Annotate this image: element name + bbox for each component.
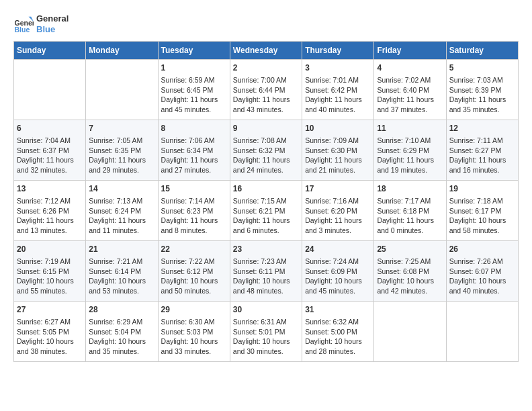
day-number: 26 xyxy=(449,244,515,255)
day-info: Sunrise: 7:15 AM xyxy=(233,196,299,206)
day-info: and 53 minutes. xyxy=(89,286,154,296)
day-info: and 30 minutes. xyxy=(233,347,299,357)
calendar-cell: 13Sunrise: 7:12 AMSunset: 6:26 PMDayligh… xyxy=(14,181,86,241)
day-info: Sunset: 6:30 PM xyxy=(305,146,371,156)
calendar-cell: 1Sunrise: 6:59 AMSunset: 6:45 PMDaylight… xyxy=(158,60,230,120)
day-number: 12 xyxy=(449,123,515,134)
day-info: Daylight: 11 hours xyxy=(89,155,154,165)
day-info: and 35 minutes. xyxy=(449,105,515,115)
day-number: 10 xyxy=(305,123,371,134)
day-number: 8 xyxy=(161,123,227,134)
day-info: and 48 minutes. xyxy=(233,286,299,296)
logo-icon: General Blue xyxy=(13,14,34,34)
day-info: and 27 minutes. xyxy=(161,165,227,175)
header-saturday: Saturday xyxy=(446,42,518,60)
day-info: Daylight: 11 hours xyxy=(305,155,371,165)
day-number: 27 xyxy=(17,304,83,316)
calendar-cell: 29Sunrise: 6:30 AMSunset: 5:03 PMDayligh… xyxy=(158,302,230,362)
day-info: Sunrise: 7:19 AM xyxy=(17,257,83,267)
header-wednesday: Wednesday xyxy=(230,42,302,60)
day-info: Sunrise: 7:23 AM xyxy=(233,257,299,267)
day-info: Sunrise: 7:02 AM xyxy=(377,75,443,85)
day-info: and 0 minutes. xyxy=(377,226,443,236)
day-info: Daylight: 11 hours xyxy=(449,155,515,165)
calendar-cell: 27Sunrise: 6:27 AMSunset: 5:05 PMDayligh… xyxy=(14,302,86,362)
day-info: Sunset: 6:37 PM xyxy=(17,146,83,156)
day-info: and 8 minutes. xyxy=(161,226,227,236)
day-info: Sunset: 6:12 PM xyxy=(161,267,227,277)
day-number: 3 xyxy=(305,62,371,74)
day-info: and 38 minutes. xyxy=(17,347,83,357)
day-info: Daylight: 11 hours xyxy=(377,155,443,165)
day-info: Sunset: 6:27 PM xyxy=(449,146,515,156)
calendar-cell: 17Sunrise: 7:16 AMSunset: 6:20 PMDayligh… xyxy=(302,181,374,241)
day-info: and 42 minutes. xyxy=(377,286,443,296)
day-info: and 19 minutes. xyxy=(377,165,443,175)
day-info: Sunrise: 7:22 AM xyxy=(161,257,227,267)
day-number: 9 xyxy=(233,123,299,134)
calendar-cell: 2Sunrise: 7:00 AMSunset: 6:44 PMDaylight… xyxy=(230,60,302,120)
header-thursday: Thursday xyxy=(302,42,374,60)
day-number: 16 xyxy=(233,183,299,195)
calendar-cell: 20Sunrise: 7:19 AMSunset: 6:15 PMDayligh… xyxy=(14,241,86,302)
calendar-cell: 4Sunrise: 7:02 AMSunset: 6:40 PMDaylight… xyxy=(374,60,446,120)
day-info: Sunrise: 7:26 AM xyxy=(449,257,515,267)
day-info: Sunrise: 7:12 AM xyxy=(17,196,83,206)
calendar-cell: 7Sunrise: 7:05 AMSunset: 6:35 PMDaylight… xyxy=(86,120,158,181)
day-info: and 58 minutes. xyxy=(449,226,515,236)
day-info: Sunrise: 7:17 AM xyxy=(377,196,443,206)
logo: General Blue General Blue xyxy=(13,13,69,34)
day-number: 23 xyxy=(233,244,299,255)
calendar-table: SundayMondayTuesdayWednesdayThursdayFrid… xyxy=(13,41,519,362)
calendar-cell: 3Sunrise: 7:01 AMSunset: 6:42 PMDaylight… xyxy=(302,60,374,120)
day-number: 6 xyxy=(17,123,83,134)
calendar-cell: 14Sunrise: 7:13 AMSunset: 6:24 PMDayligh… xyxy=(86,181,158,241)
calendar-cell: 30Sunrise: 6:31 AMSunset: 5:01 PMDayligh… xyxy=(230,302,302,362)
day-number: 11 xyxy=(377,123,443,134)
day-info: and 6 minutes. xyxy=(233,226,299,236)
day-info: Sunrise: 7:01 AM xyxy=(305,75,371,85)
day-info: Sunrise: 7:25 AM xyxy=(377,257,443,267)
page-header: General Blue General Blue xyxy=(13,13,519,34)
calendar-cell xyxy=(374,302,446,362)
day-info: Sunrise: 7:03 AM xyxy=(449,75,515,85)
day-info: Sunset: 6:24 PM xyxy=(89,206,154,216)
header-tuesday: Tuesday xyxy=(158,42,230,60)
day-info: Sunset: 6:40 PM xyxy=(377,85,443,95)
day-info: Sunrise: 6:27 AM xyxy=(17,317,83,327)
calendar-week-5: 27Sunrise: 6:27 AMSunset: 5:05 PMDayligh… xyxy=(14,302,519,362)
calendar-cell: 16Sunrise: 7:15 AMSunset: 6:21 PMDayligh… xyxy=(230,181,302,241)
day-info: and 3 minutes. xyxy=(305,226,371,236)
header-sunday: Sunday xyxy=(14,42,86,60)
calendar-cell: 21Sunrise: 7:21 AMSunset: 6:14 PMDayligh… xyxy=(86,241,158,302)
day-info: and 43 minutes. xyxy=(233,105,299,115)
day-info: Sunset: 6:35 PM xyxy=(89,146,154,156)
day-info: Daylight: 10 hours xyxy=(233,336,299,347)
calendar-cell: 12Sunrise: 7:11 AMSunset: 6:27 PMDayligh… xyxy=(446,120,518,181)
day-number: 29 xyxy=(161,304,227,316)
calendar-cell: 9Sunrise: 7:08 AMSunset: 6:32 PMDaylight… xyxy=(230,120,302,181)
day-info: and 50 minutes. xyxy=(161,286,227,296)
day-info: Sunset: 6:23 PM xyxy=(161,206,227,216)
day-info: Daylight: 11 hours xyxy=(305,95,371,105)
calendar-cell: 24Sunrise: 7:24 AMSunset: 6:09 PMDayligh… xyxy=(302,241,374,302)
day-info: Sunrise: 7:06 AM xyxy=(161,136,227,146)
day-info: Sunset: 6:17 PM xyxy=(449,206,515,216)
day-info: Sunset: 6:34 PM xyxy=(161,146,227,156)
day-number: 22 xyxy=(161,244,227,255)
calendar-header-row: SundayMondayTuesdayWednesdayThursdayFrid… xyxy=(14,42,519,60)
day-info: Sunrise: 7:16 AM xyxy=(305,196,371,206)
calendar-cell: 6Sunrise: 7:04 AMSunset: 6:37 PMDaylight… xyxy=(14,120,86,181)
calendar-cell: 25Sunrise: 7:25 AMSunset: 6:08 PMDayligh… xyxy=(374,241,446,302)
calendar-cell: 19Sunrise: 7:18 AMSunset: 6:17 PMDayligh… xyxy=(446,181,518,241)
day-info: and 13 minutes. xyxy=(17,226,83,236)
calendar-cell: 26Sunrise: 7:26 AMSunset: 6:07 PMDayligh… xyxy=(446,241,518,302)
day-info: Daylight: 11 hours xyxy=(17,216,83,226)
day-info: Sunset: 6:11 PM xyxy=(233,267,299,277)
day-number: 21 xyxy=(89,244,154,255)
day-number: 7 xyxy=(89,123,154,134)
day-info: Daylight: 10 hours xyxy=(449,216,515,226)
day-info: Sunset: 6:44 PM xyxy=(233,85,299,95)
day-info: and 55 minutes. xyxy=(17,286,83,296)
day-info: Daylight: 10 hours xyxy=(17,336,83,347)
